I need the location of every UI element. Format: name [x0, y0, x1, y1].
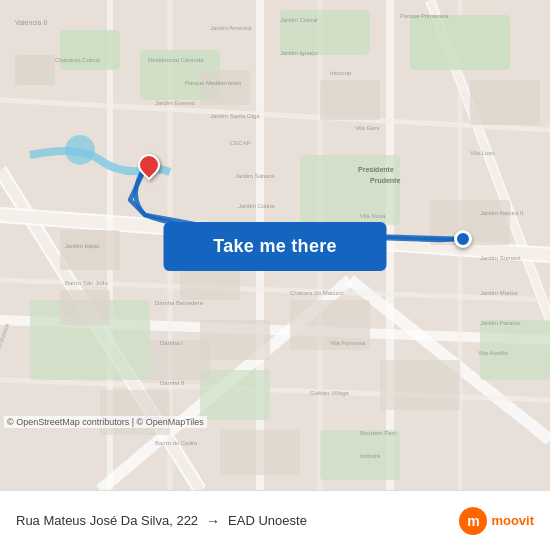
take-me-there-button[interactable]: Take me there: [164, 222, 387, 271]
moovit-label: moovit: [491, 513, 534, 528]
destination-text: EAD Unoeste: [228, 513, 307, 528]
arrow-icon: →: [206, 513, 220, 529]
destination-marker: [454, 230, 472, 248]
bottom-bar: Rua Mateus José Da Silva, 222 → EAD Unoe…: [0, 490, 550, 550]
route-info: Rua Mateus José Da Silva, 222 → EAD Unoe…: [16, 513, 459, 529]
map-attribution: © OpenStreetMap contributors | © OpenMap…: [4, 416, 207, 428]
origin-text: Rua Mateus José Da Silva, 222: [16, 513, 198, 528]
origin-marker: [138, 154, 160, 176]
moovit-logo: m moovit: [459, 507, 534, 535]
map-container: Valencia II Chácaras Cobral Residencial …: [0, 0, 550, 490]
moovit-icon: m: [459, 507, 487, 535]
